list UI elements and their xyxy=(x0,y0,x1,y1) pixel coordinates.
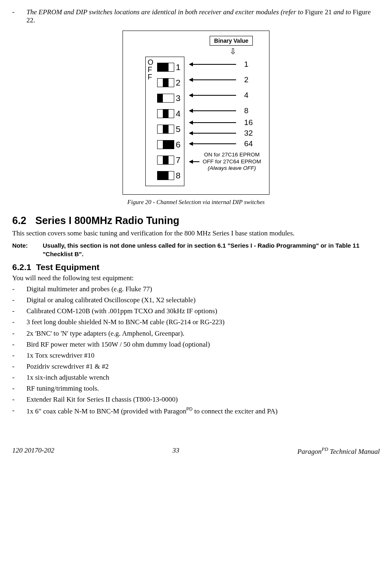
dip-switch xyxy=(157,140,174,149)
dip-switch xyxy=(157,156,174,165)
note-text: Usually, this section is not done unless… xyxy=(43,241,380,258)
dip-switch xyxy=(157,94,174,103)
bullet-dash: - xyxy=(12,373,26,382)
off-label: OFF xyxy=(148,59,153,81)
footer-right: ParagonPD Technical Manual xyxy=(298,446,380,456)
list-item-text: 1x six-inch adjustable wrench xyxy=(26,373,380,382)
binary-value: 8 xyxy=(244,106,249,115)
left-arrow-icon xyxy=(189,110,236,111)
section-6-2-heading: 6.2Series I 800MHz Radio Tuning xyxy=(12,215,380,226)
section-body: This section covers some basic tuning an… xyxy=(12,229,380,238)
list-item-text: Pozidriv screwdriver #1 & #2 xyxy=(26,362,380,371)
bullet-dash: - xyxy=(12,329,26,338)
list-item-text: Digital multimeter and probes (e.g. Fluk… xyxy=(26,285,380,294)
list-item-text: 3 feet long double shielded N-M to BNC-M… xyxy=(26,318,380,327)
intro-paragraph: - The EPROM and DIP switches locations a… xyxy=(12,8,380,24)
bullet-dash: - xyxy=(12,351,26,360)
binary-value: 64 xyxy=(244,139,253,148)
bullet-dash: - xyxy=(12,307,26,316)
subsection-intro: You will need the following test equipme… xyxy=(12,274,380,283)
eprom-note-row: ON for 27C16 EPROMOFF for 27C64 EPROM(Al… xyxy=(189,150,261,173)
switch-number: 1 xyxy=(176,62,182,72)
dip-switch-row: 2 xyxy=(157,75,182,90)
footer-page-number: 33 xyxy=(173,446,180,456)
figure-ref-21: Figure 21 xyxy=(305,8,332,16)
bullet-dash: - xyxy=(12,318,26,327)
binary-value-row: 1 xyxy=(189,57,261,72)
eprom-note: ON for 27C16 EPROMOFF for 27C64 EPROM(Al… xyxy=(203,152,261,172)
list-item-text: Calibrated COM-120B (with .001ppm TCXO a… xyxy=(26,307,380,316)
bullet-dash: - xyxy=(12,362,26,371)
footer-left: 120 20170-202 xyxy=(12,446,54,456)
binary-value: 2 xyxy=(244,75,249,84)
list-item: -Pozidriv screwdriver #1 & #2 xyxy=(12,362,380,371)
switch-number: 6 xyxy=(176,140,182,149)
dip-switch xyxy=(157,171,174,180)
dip-switch-row: 7 xyxy=(157,152,182,168)
left-arrow-icon xyxy=(189,161,199,162)
binary-value: 32 xyxy=(244,129,253,138)
list-item-text: 1x Torx screwdriver #10 xyxy=(26,351,380,360)
binary-value-label: Binary Value xyxy=(210,36,253,46)
list-item-text: 1x 6" coax cable N-M to BNC-M (provided … xyxy=(26,406,380,416)
note-label: Note: xyxy=(12,241,43,258)
binary-value: 16 xyxy=(244,118,253,127)
switch-number: 7 xyxy=(176,155,182,165)
dip-switch-diagram: Binary Value ⇩ OFF 12345678 1248163264ON… xyxy=(123,31,269,195)
binary-value-row: 4 xyxy=(189,88,261,103)
dip-switch-block: OFF 12345678 xyxy=(145,57,184,186)
bullet-dash: - xyxy=(12,395,26,404)
bullet-dash: - xyxy=(12,285,26,294)
left-arrow-icon xyxy=(189,122,236,123)
list-item: -RF tuning/trimming tools. xyxy=(12,384,380,393)
figure-caption: Figure 20 - Channel Selection via intern… xyxy=(12,199,380,206)
list-item-text: Extender Rail Kit for Series II chassis … xyxy=(26,395,380,404)
list-item: -Digital multimeter and probes (e.g. Flu… xyxy=(12,285,380,294)
bullet-dash: - xyxy=(12,296,26,305)
intro-text: The EPROM and DIP switches locations are… xyxy=(26,8,380,24)
bullet-dash: - xyxy=(12,8,26,24)
list-item: -1x 6" coax cable N-M to BNC-M (provided… xyxy=(12,406,380,416)
switch-number: 4 xyxy=(176,109,182,119)
left-arrow-icon xyxy=(189,143,236,144)
switch-number: 3 xyxy=(176,93,182,103)
dip-switch-row: 8 xyxy=(157,168,182,183)
dip-switch xyxy=(157,109,174,118)
dip-switch xyxy=(157,63,174,72)
binary-value: 1 xyxy=(244,60,249,69)
list-item-text: 2x 'BNC' to 'N' type adapters (e.g. Amph… xyxy=(26,329,380,338)
dip-switch-row: 1 xyxy=(157,59,182,75)
switch-number: 5 xyxy=(176,124,182,134)
bullet-dash: - xyxy=(12,340,26,349)
list-item-text: Digital or analog calibrated Oscilloscop… xyxy=(26,296,380,305)
left-arrow-icon xyxy=(189,133,236,134)
list-item: -Calibrated COM-120B (with .001ppm TCXO … xyxy=(12,307,380,316)
figure-20: Binary Value ⇩ OFF 12345678 1248163264ON… xyxy=(12,31,380,206)
list-item: -Digital or analog calibrated Oscillosco… xyxy=(12,296,380,305)
subsection-6-2-1-heading: 6.2.1 Test Equipment xyxy=(12,262,380,272)
down-arrow-icon: ⇩ xyxy=(230,46,237,56)
binary-value: 4 xyxy=(244,91,249,100)
left-arrow-icon xyxy=(189,95,236,96)
dip-switch xyxy=(157,125,174,134)
list-item: -Extender Rail Kit for Series II chassis… xyxy=(12,395,380,404)
list-item: -1x Torx screwdriver #10 xyxy=(12,351,380,360)
list-item-text: RF tuning/trimming tools. xyxy=(26,384,380,393)
dip-switch xyxy=(157,78,174,87)
dip-switch-row: 5 xyxy=(157,121,182,137)
note-block: Note: Usually, this section is not done … xyxy=(12,241,380,258)
list-item: -1x six-inch adjustable wrench xyxy=(12,373,380,382)
bullet-dash: - xyxy=(12,406,26,416)
dip-switch-row: 4 xyxy=(157,106,182,121)
equipment-list: -Digital multimeter and probes (e.g. Flu… xyxy=(12,285,380,416)
page-footer: 120 20170-202 33 ParagonPD Technical Man… xyxy=(12,446,380,456)
switch-number: 2 xyxy=(176,78,182,88)
left-arrow-icon xyxy=(189,79,236,80)
list-item: -2x 'BNC' to 'N' type adapters (e.g. Amp… xyxy=(12,329,380,338)
list-item: -3 feet long double shielded N-M to BNC-… xyxy=(12,318,380,327)
bullet-dash: - xyxy=(12,384,26,393)
dip-switch-row: 6 xyxy=(157,137,182,152)
dip-switch-row: 3 xyxy=(157,90,182,106)
list-item: -Bird RF power meter with 150W / 50 ohm … xyxy=(12,340,380,349)
binary-value-row: 2 xyxy=(189,72,261,88)
